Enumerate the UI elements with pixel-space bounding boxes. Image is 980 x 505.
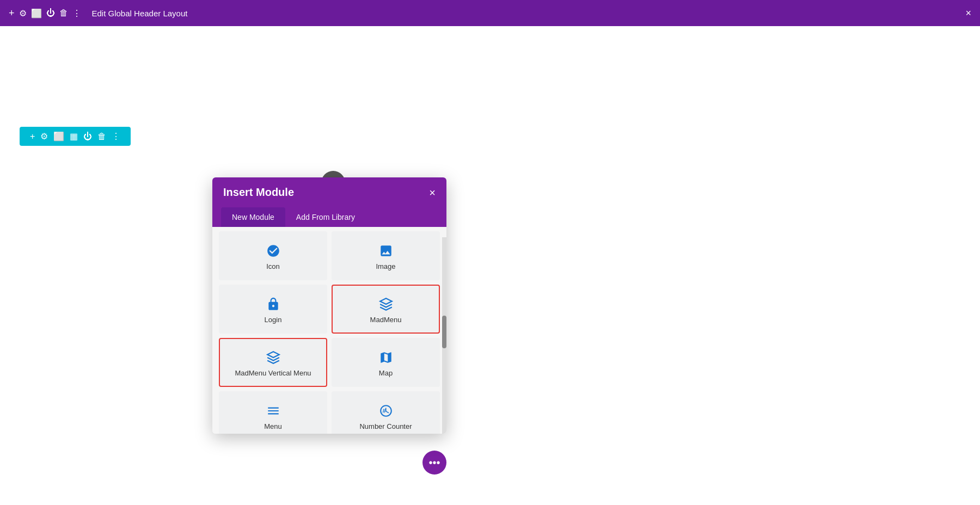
module-item-map-label: Map [379,369,393,377]
page-title: Edit Global Header Layout [92,9,188,18]
secondary-toolbar: + ⚙ ⬜ ▦ ⏻ 🗑 ⋮ [20,127,131,146]
module-item-number-counter[interactable]: # Number Counter [332,391,440,434]
module-item-madmenu-vertical[interactable]: MadMenu Vertical Menu [219,338,327,387]
header-layout-icon[interactable]: ⬜ [31,8,42,19]
login-module-icon [266,297,280,311]
toolbar2-more-icon[interactable]: ⋮ [110,131,122,141]
madmenu-module-icon [379,297,393,311]
module-item-number-counter-label: Number Counter [359,422,412,430]
icon-module-icon [266,244,280,258]
panel-title: Insert Module [223,186,294,199]
module-item-image[interactable]: Image [332,231,440,280]
toolbar2-layout-icon[interactable]: ⬜ [52,131,66,141]
module-item-icon-label: Icon [266,262,280,270]
module-grid: Icon Image Login MadMen [212,227,446,434]
header-add-icon[interactable]: + [9,8,15,19]
svg-text:#: # [382,408,385,414]
toolbar2-settings-icon[interactable]: ⚙ [39,131,50,141]
module-item-menu[interactable]: Menu [219,391,327,434]
insert-module-panel: Insert Module × New Module Add From Libr… [212,177,446,434]
menu-module-icon [266,404,280,418]
header-power-icon[interactable]: ⏻ [46,8,55,18]
image-module-icon [379,244,393,258]
dots-icon: ••• [428,457,440,469]
tab-new-module[interactable]: New Module [221,207,285,227]
header-settings-icon[interactable]: ⚙ [19,8,27,19]
module-item-madmenu[interactable]: MadMenu [332,285,440,334]
toolbar2-add-icon[interactable]: + [28,132,36,141]
module-item-menu-label: Menu [264,422,282,430]
toolbar2-grid-icon[interactable]: ▦ [68,131,79,141]
module-item-login[interactable]: Login [219,285,327,334]
top-header-bar: + ⚙ ⬜ ⏻ 🗑 ⋮ Edit Global Header Layout × [0,0,980,26]
canvas: + ⚙ ⬜ ▦ ⏻ 🗑 ⋮ + Insert Module × New Modu… [0,26,980,505]
header-delete-icon[interactable]: 🗑 [59,8,68,18]
more-options-button[interactable]: ••• [422,451,446,475]
scrollbar-track[interactable] [442,237,446,434]
header-more-icon[interactable]: ⋮ [72,8,81,19]
map-module-icon [379,350,393,365]
scrollbar-thumb[interactable] [442,316,446,348]
tab-add-from-library[interactable]: Add From Library [285,207,366,227]
module-item-madmenu-label: MadMenu [370,316,402,324]
module-item-icon[interactable]: Icon [219,231,327,280]
module-item-login-label: Login [265,316,282,324]
module-item-map[interactable]: Map [332,338,440,387]
madmenu-vertical-module-icon [266,350,280,365]
module-item-madmenu-vertical-label: MadMenu Vertical Menu [235,369,311,377]
panel-close-button[interactable]: × [429,187,436,198]
module-item-image-label: Image [376,262,395,270]
panel-tabs: New Module Add From Library [212,207,446,227]
toolbar2-delete-icon[interactable]: 🗑 [96,132,108,141]
panel-header: Insert Module × [212,177,446,207]
toolbar2-power-icon[interactable]: ⏻ [82,132,94,141]
header-close-button[interactable]: × [965,8,971,19]
number-counter-module-icon: # [379,404,393,418]
